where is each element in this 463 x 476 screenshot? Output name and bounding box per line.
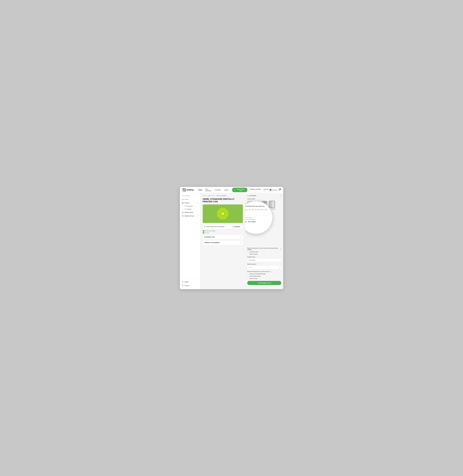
radio-circle-3[interactable] (247, 278, 249, 279)
sidebar-item-samples[interactable]: Samples (185, 208, 200, 211)
radio-circle-1[interactable] (247, 273, 249, 275)
flag-icon: 🇩🇪 (270, 189, 272, 191)
cart-button[interactable]: 1 (278, 189, 280, 191)
svg-point-22 (182, 281, 183, 282)
file-name: 3hops-radler-lime-0.5% (de).pdf (206, 226, 224, 227)
form-section: Select the elements of your Artwork that… (247, 247, 281, 285)
logo-icon (183, 188, 186, 191)
product-docs-header[interactable]: PRODUCT DOCUMENTS (203, 241, 243, 245)
svg-point-32 (222, 213, 223, 214)
main-layout: Your workspace Home Projects ▲ (180, 193, 283, 289)
svg-rect-8 (182, 202, 183, 203)
customize-title: CUSTOMIZE (247, 195, 256, 197)
beverages-icon (185, 205, 186, 207)
sidebar-item-home[interactable]: Home (180, 198, 200, 201)
finish-swatch-matte-glossy (269, 201, 275, 208)
sidebar-item-projects[interactable]: Projects ▲ (180, 201, 200, 205)
sidebar-item-beverages[interactable]: Beverages (185, 205, 200, 208)
logout-icon (182, 285, 184, 286)
customize-header: CUSTOMIZE (247, 195, 281, 197)
lime-illustration (216, 207, 230, 221)
home-icon (182, 199, 184, 200)
elements-label: Select the elements of your Artwork that… (247, 247, 281, 250)
sidebar: Your workspace Home Projects ▲ (180, 193, 200, 289)
shared-chevron: ▼ (197, 215, 198, 217)
profile-icon (182, 281, 184, 283)
check-icon-2: ✓ (203, 232, 204, 234)
main-nav: Shop Price Calculator Templates Guides (197, 188, 230, 192)
checkbox-expiration: Expiration Date (247, 251, 281, 253)
svg-rect-9 (183, 202, 183, 203)
artwork-tips-accordion: ARTWORK TIPS (203, 235, 243, 239)
radio-existing-beverage[interactable]: Add to an Existing Beverage (247, 273, 281, 275)
workspace-label: Your workspace (180, 195, 200, 198)
header-actions: Buy Printed Cans Request a Sample → Ship… (232, 188, 280, 192)
sample-name-label: Sample name* (247, 256, 281, 258)
file-info: 3hops-radler-lime-0.5% (de).pdf (204, 226, 224, 227)
cart-badge: 1 (279, 188, 281, 190)
nav-shop[interactable]: Shop (197, 189, 203, 191)
buy-printed-cans-button[interactable]: Buy Printed Cans (232, 188, 247, 192)
chevron-down-icon (240, 236, 241, 238)
product-image (203, 204, 243, 223)
svg-rect-1 (184, 188, 186, 190)
svg-point-17 (183, 215, 183, 216)
sidebar-item-logout[interactable]: Log out (180, 284, 200, 287)
check-pdf: ✓ PDF file (203, 232, 243, 234)
reupload-button[interactable]: Reupload (231, 225, 241, 228)
cart-icon-header (234, 189, 235, 191)
checkbox-batch: Batch Number (247, 253, 281, 255)
nav-guides[interactable]: Guides (223, 189, 230, 191)
svg-point-7 (280, 190, 280, 191)
magnifier-question: Where would you like your spot varn... (245, 205, 270, 207)
sidebar-item-orders[interactable]: Orders History (180, 211, 200, 214)
check-filesize: ✓ Max file size 150MB (203, 230, 243, 232)
pdf-icon (204, 226, 206, 227)
chevron-down-icon-2 (240, 242, 241, 243)
add-sample-to-cart-button[interactable]: + Add Sample to Cart (247, 281, 281, 285)
collapse-icon[interactable] (279, 195, 281, 197)
nav-templates[interactable]: Templates (213, 189, 222, 191)
beverage-info-icon[interactable]: i (270, 271, 272, 272)
file-checks: ✓ Max file size 150MB ✓ PDF file (203, 230, 243, 234)
product-title: 330ML STANDARD DIGITALLY PRINTED CAN (203, 198, 243, 203)
product-docs-accordion: PRODUCT DOCUMENTS (203, 241, 243, 245)
projects-chevron: ▲ (197, 202, 198, 204)
check-icon: ✓ (203, 230, 204, 232)
svg-rect-3 (184, 190, 186, 191)
logo[interactable]: NOMOQ (183, 188, 194, 191)
sample-name-field-wrap: Sample name* (247, 256, 281, 263)
svg-rect-10 (182, 203, 183, 203)
sample-name-input[interactable] (247, 258, 281, 262)
radio-none[interactable]: None for Now (247, 278, 281, 279)
sidebar-sub-beverages: Beverages Samples (180, 205, 200, 211)
orders-icon (182, 212, 184, 213)
file-row: 3hops-radler-lime-0.5% (de).pdf Reupload (203, 224, 243, 229)
content-area: SHOP › SAMPLE CAN › 330ML STANDARD 330ML… (200, 193, 245, 289)
sidebar-item-shared[interactable]: Shared with you ▼ (180, 214, 200, 218)
app-window: NOMOQ Shop Price Calculator Templates Gu… (180, 187, 283, 289)
batch-checkbox[interactable] (247, 253, 249, 255)
sidebar-item-profile[interactable]: Profile (180, 280, 200, 284)
radio-circle-2[interactable] (247, 276, 249, 277)
artwork-tips-header[interactable]: ARTWORK TIPS (203, 235, 243, 239)
nav-price-calculator[interactable]: Price Calculator (204, 188, 213, 192)
svg-line-21 (182, 216, 183, 216)
spot-varnish-textarea[interactable] (245, 208, 270, 216)
svg-marker-36 (205, 226, 205, 226)
elements-info-icon[interactable]: i (280, 248, 281, 250)
svg-rect-14 (182, 212, 183, 213)
request-sample-button[interactable]: Request a Sample → (248, 188, 263, 192)
deposit-select[interactable]: None (247, 266, 281, 269)
svg-point-19 (183, 216, 183, 216)
shipping-label: Shipping to: 🇩🇪 Germany (264, 189, 277, 191)
beverage-section: What beverage will you use this can for?… (247, 271, 281, 279)
breadcrumb: SHOP › SAMPLE CAN › 330ML STANDARD (203, 195, 243, 196)
svg-point-18 (182, 216, 183, 216)
beverage-label: What beverage will you use this can for?… (247, 271, 281, 272)
expiration-checkbox[interactable] (247, 251, 249, 253)
svg-rect-0 (183, 188, 184, 190)
svg-point-6 (279, 190, 279, 191)
header: NOMOQ Shop Price Calculator Templates Gu… (180, 187, 283, 193)
radio-new-beverage[interactable]: Add New Beverage (247, 276, 281, 277)
